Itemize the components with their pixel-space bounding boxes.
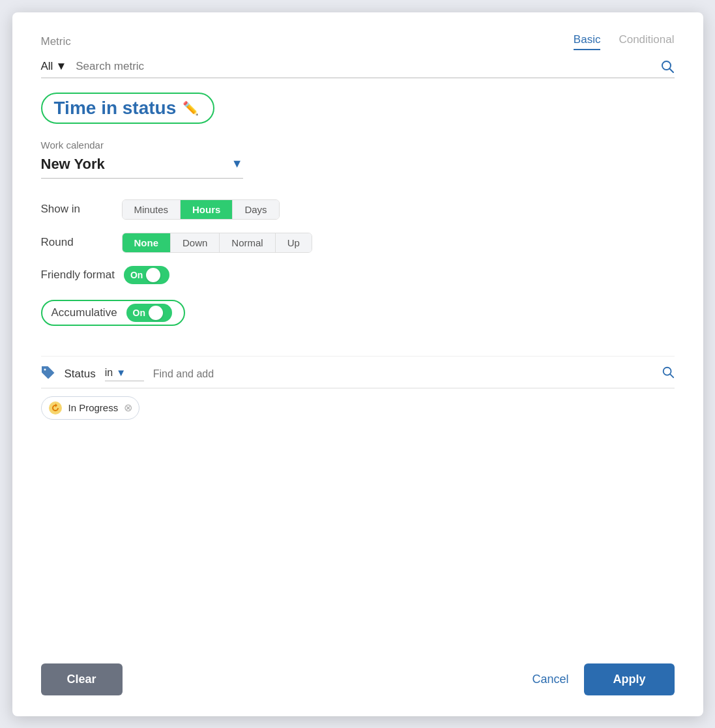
round-down[interactable]: Down <box>171 233 220 252</box>
show-in-group: Minutes Hours Days <box>122 199 280 220</box>
in-progress-icon <box>48 400 63 416</box>
divider <box>41 356 675 357</box>
find-add-input[interactable] <box>153 368 652 380</box>
in-text: in <box>105 367 113 379</box>
footer-right: Cancel Apply <box>532 663 674 695</box>
round-none[interactable]: None <box>123 233 171 252</box>
tag-svg-icon <box>41 366 55 379</box>
round-group: None Down Normal Up <box>122 233 312 253</box>
friendly-format-row: Friendly format On <box>41 266 675 284</box>
in-progress-chip-close[interactable]: ⊗ <box>124 403 132 413</box>
search-icon <box>660 59 675 74</box>
accumulative-on-label: On <box>133 308 145 318</box>
friendly-format-circle <box>146 268 160 282</box>
chips-row: In Progress ⊗ <box>41 396 675 420</box>
calendar-value: New York <box>41 156 105 173</box>
tab-conditional[interactable]: Conditional <box>619 33 674 50</box>
tab-row: Basic Conditional <box>574 33 675 50</box>
accumulative-oval: Accumulative On <box>41 300 185 326</box>
in-chevron-icon: ▼ <box>116 367 126 378</box>
accumulative-toggle[interactable]: On <box>126 304 172 322</box>
accumulative-pill[interactable]: On <box>126 304 172 322</box>
work-calendar-dropdown[interactable]: New York ▼ <box>41 156 243 179</box>
chevron-down-icon: ▼ <box>55 60 66 73</box>
friendly-format-label: Friendly format <box>41 269 115 282</box>
in-progress-chip: In Progress ⊗ <box>41 396 140 420</box>
svg-point-2 <box>44 368 46 370</box>
show-in-label: Show in <box>41 203 113 216</box>
find-search-icon[interactable] <box>662 366 675 382</box>
main-panel: Metric Basic Conditional All ▼ Time in s… <box>12 12 703 716</box>
show-in-minutes[interactable]: Minutes <box>123 200 181 219</box>
round-label: Round <box>41 236 113 249</box>
metric-title-text: Time in status <box>54 98 177 119</box>
status-text: Status <box>65 368 96 381</box>
all-label: All <box>41 60 53 73</box>
accumulative-circle <box>149 306 163 320</box>
header-row: Metric Basic Conditional <box>41 33 675 50</box>
find-search-svg <box>662 366 675 379</box>
round-up[interactable]: Up <box>276 233 312 252</box>
in-progress-chip-icon <box>47 400 64 416</box>
footer-row: Clear Cancel Apply <box>41 652 675 695</box>
work-calendar-label: Work calendar <box>41 139 675 151</box>
show-in-row: Show in Minutes Hours Days <box>41 199 675 220</box>
round-normal[interactable]: Normal <box>220 233 275 252</box>
search-row: All ▼ <box>41 59 675 78</box>
clear-button[interactable]: Clear <box>41 663 123 695</box>
friendly-format-pill[interactable]: On <box>124 266 169 284</box>
round-row: Round None Down Normal Up <box>41 233 675 253</box>
status-filter-row: Status in ▼ <box>41 366 675 388</box>
svg-line-4 <box>670 374 673 377</box>
accumulative-row: Accumulative On <box>41 300 675 326</box>
calendar-chevron-icon: ▼ <box>231 157 243 171</box>
svg-line-1 <box>669 68 673 72</box>
cancel-button[interactable]: Cancel <box>532 673 568 686</box>
tag-icon <box>41 366 55 383</box>
edit-icon[interactable]: ✏️ <box>182 100 199 116</box>
metric-label: Metric <box>41 35 71 48</box>
in-progress-chip-label: In Progress <box>68 402 119 413</box>
friendly-format-on-label: On <box>130 270 143 280</box>
show-in-days[interactable]: Days <box>233 200 278 219</box>
tab-basic[interactable]: Basic <box>574 33 601 50</box>
in-dropdown[interactable]: in ▼ <box>105 367 144 381</box>
friendly-format-toggle[interactable]: On <box>124 266 169 284</box>
search-all-dropdown[interactable]: All ▼ <box>41 60 67 73</box>
search-input[interactable] <box>76 60 660 73</box>
metric-title-row: Time in status ✏️ <box>41 93 675 124</box>
show-in-hours[interactable]: Hours <box>181 200 233 219</box>
accumulative-label: Accumulative <box>51 306 117 319</box>
metric-title-oval: Time in status ✏️ <box>41 93 215 124</box>
search-button[interactable] <box>660 59 675 74</box>
apply-button[interactable]: Apply <box>584 663 674 695</box>
